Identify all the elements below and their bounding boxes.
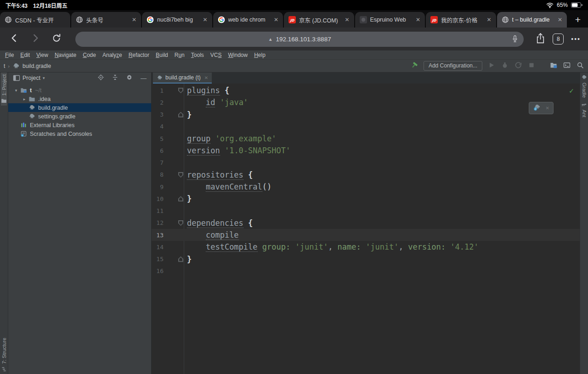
panel-settings-button[interactable] (125, 74, 133, 82)
project-tree-item[interactable]: External Libraries (8, 121, 151, 129)
dismiss-button[interactable]: ✕ (545, 106, 549, 111)
menu-item[interactable]: Refactor (125, 52, 153, 58)
close-icon[interactable]: ✕ (204, 75, 208, 80)
fold-marker[interactable] (164, 220, 184, 226)
reload-icon (51, 33, 62, 45)
menu-item[interactable]: File (2, 52, 17, 58)
breadcrumb-file[interactable]: build.gradle (23, 63, 51, 69)
menu-item[interactable]: Edit (17, 52, 33, 58)
code-line[interactable]: 10 } (152, 193, 580, 205)
stop-button[interactable] (527, 62, 536, 70)
menu-item[interactable]: VCS (207, 52, 225, 58)
fold-marker[interactable] (164, 257, 184, 262)
line-number: 5 (152, 135, 164, 142)
menu-button[interactable]: ••• (571, 35, 581, 43)
tree-chevron-icon[interactable]: ▾ (12, 88, 20, 93)
fold-marker[interactable] (164, 172, 184, 178)
tool-stripe-button[interactable]: Gradle (581, 73, 587, 100)
fold-marker[interactable] (164, 112, 184, 117)
browser-tab[interactable]: JD 我的京东-价格 ✕ (426, 12, 496, 28)
browser-tab[interactable]: nuc8i7beh big ✕ (142, 12, 212, 28)
code-line[interactable]: 11 (152, 205, 580, 217)
browser-tab[interactable]: CSDN - 专业开 (0, 12, 70, 28)
close-icon[interactable]: ✕ (132, 17, 136, 23)
menu-item[interactable]: Help (251, 52, 269, 58)
editor-tab[interactable]: build.gradle (t) ✕ (153, 73, 212, 84)
browser-tab[interactable]: JD 京东 (JD.COM) ✕ (284, 12, 354, 28)
code-line[interactable]: 7 (152, 157, 580, 169)
project-tree-item[interactable]: build.gradle (8, 103, 151, 112)
run-button[interactable] (487, 62, 496, 70)
code-line[interactable]: 4 (152, 121, 580, 133)
close-icon[interactable]: ✕ (558, 17, 562, 23)
project-tree-item[interactable]: Scratches and Consoles (8, 129, 151, 138)
share-button[interactable] (536, 33, 545, 46)
terminal-button[interactable] (563, 62, 571, 70)
code-line[interactable]: 16 (152, 265, 580, 277)
code-line[interactable]: 15 } (152, 253, 580, 265)
search-everywhere-button[interactable] (576, 62, 584, 70)
code-area[interactable]: 1 plugins { 2 id 'java' 3 } (152, 84, 580, 374)
close-icon[interactable]: ✕ (416, 17, 420, 23)
code-line[interactable]: 8 repositories { (152, 169, 580, 181)
new-tab-button[interactable]: + (568, 12, 588, 28)
gradle-icon (157, 75, 163, 81)
tree-chevron-icon[interactable]: ▸ (20, 97, 28, 101)
project-tree-item[interactable]: ▾ t ~/t (8, 86, 151, 95)
menu-item[interactable]: Code (79, 52, 99, 58)
tool-stripe-button[interactable]: Ant (581, 100, 587, 119)
chevron-down-icon: ▾ (43, 76, 45, 80)
project-tree-item[interactable]: ▸ .idea (8, 95, 151, 103)
browser-tab[interactable]: Espruino Web ✕ (355, 12, 425, 28)
mic-button[interactable] (512, 34, 518, 45)
browser-tab[interactable]: 头条号 ✕ (71, 12, 141, 28)
breadcrumb-root[interactable]: t (4, 63, 5, 69)
forward-button[interactable] (28, 32, 42, 46)
address-bar[interactable]: ▲ 192.168.101.3:8887 (75, 32, 524, 47)
menu-item[interactable]: Window (225, 52, 251, 58)
coverage-button[interactable] (514, 62, 522, 70)
code-line[interactable]: 2 id 'java' (152, 96, 580, 108)
gradle-reload-widget: ✕ (529, 102, 554, 114)
menu-item[interactable]: Analyze (99, 52, 125, 58)
locate-file-button[interactable] (97, 74, 105, 82)
fold-marker[interactable] (164, 196, 184, 201)
load-gradle-changes-button[interactable] (533, 104, 541, 112)
menu-item[interactable]: Build (153, 52, 171, 58)
collapse-all-button[interactable] (111, 74, 119, 82)
menu-item[interactable]: View (33, 52, 51, 58)
project-tree-item[interactable]: settings.gradle (8, 112, 151, 121)
project-view-selector[interactable]: Project (23, 75, 40, 81)
browser-tab[interactable]: web ide chrom ✕ (213, 12, 283, 28)
code-line[interactable]: 14 testCompile group: 'junit', name: 'ju… (152, 241, 580, 253)
project-structure-button[interactable] (549, 62, 558, 70)
browser-tab[interactable]: t – build.gradle ✕ (497, 12, 567, 28)
close-icon[interactable]: ✕ (345, 17, 349, 23)
menu-item[interactable]: Tools (188, 52, 207, 58)
code-line[interactable]: 13 compile (152, 229, 580, 241)
menu-item[interactable]: Run (171, 52, 188, 58)
code-line[interactable]: 1 plugins { (152, 84, 580, 96)
inspection-status-icon[interactable]: ✓ (569, 87, 574, 95)
line-number: 10 (152, 195, 164, 202)
back-button[interactable] (7, 32, 21, 46)
fold-marker[interactable] (164, 88, 184, 93)
code-line[interactable]: 9 mavenCentral() (152, 181, 580, 193)
menu-item[interactable]: Navigate (51, 52, 79, 58)
close-icon[interactable]: ✕ (203, 17, 207, 23)
hammer-icon (411, 61, 418, 71)
code-line[interactable]: 6 version '1.0-SNAPSHOT' (152, 145, 580, 156)
reload-button[interactable] (50, 32, 63, 46)
close-icon[interactable]: ✕ (274, 17, 278, 23)
debug-button[interactable] (501, 62, 509, 70)
code-line[interactable]: 5 group 'org.example' (152, 133, 580, 145)
tool-stripe-structure-button[interactable]: 7: Structure (1, 336, 7, 374)
tool-stripe-project-button[interactable]: 1: Project (1, 73, 7, 106)
hide-panel-button[interactable]: — (140, 74, 147, 82)
code-line[interactable]: 12 dependencies { (152, 217, 580, 229)
close-icon[interactable]: ✕ (486, 17, 491, 23)
add-configuration-button[interactable]: Add Configuration... (424, 61, 482, 71)
build-hammer-button[interactable] (410, 62, 418, 70)
tab-count-button[interactable]: 8 (553, 33, 564, 45)
code-line[interactable]: 3 } (152, 109, 580, 121)
